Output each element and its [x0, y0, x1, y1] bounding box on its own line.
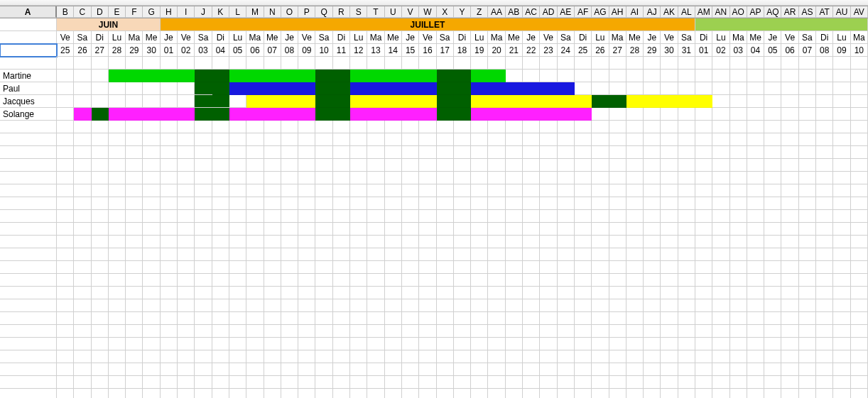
empty-cell[interactable] — [92, 172, 109, 184]
empty-cell[interactable] — [57, 325, 74, 338]
empty-cell[interactable] — [816, 376, 833, 389]
empty-cell[interactable] — [575, 299, 592, 312]
empty-cell[interactable] — [109, 325, 126, 338]
empty-cell[interactable] — [57, 184, 74, 197]
empty-cell[interactable] — [488, 312, 505, 325]
empty-cell[interactable] — [816, 197, 833, 210]
empty-cell[interactable] — [350, 299, 367, 312]
empty-cell[interactable] — [350, 261, 367, 274]
empty-cell[interactable] — [109, 338, 126, 350]
empty-cell[interactable] — [143, 376, 160, 389]
empty-cell[interactable] — [298, 325, 315, 338]
col-header-Y[interactable]: Y — [454, 6, 471, 18]
schedule-cell[interactable] — [609, 108, 626, 121]
empty-cell[interactable] — [644, 261, 661, 274]
empty-cell[interactable] — [471, 312, 488, 325]
empty-cell[interactable] — [851, 210, 868, 223]
empty-cell[interactable] — [816, 133, 833, 146]
empty-cell[interactable] — [143, 159, 160, 172]
empty-cell[interactable] — [229, 287, 246, 299]
empty-cell[interactable] — [764, 184, 781, 197]
col-header-AH[interactable]: AH — [609, 6, 626, 18]
empty-cell[interactable] — [195, 338, 212, 350]
empty-cell[interactable] — [367, 261, 384, 274]
empty-cell[interactable] — [161, 274, 178, 287]
blank-cell[interactable] — [402, 57, 419, 70]
empty-cell[interactable] — [92, 210, 109, 223]
spreadsheet-grid[interactable]: ABCDEFGHIJKLMNOPQRSTUVWXYZAAABACADAEAFAG… — [0, 0, 868, 398]
empty-cell[interactable] — [74, 248, 91, 261]
empty-cell[interactable] — [799, 121, 816, 133]
empty-cell[interactable] — [126, 350, 143, 363]
empty-cell[interactable] — [402, 312, 419, 325]
empty-cell[interactable] — [143, 223, 160, 236]
empty-cell[interactable] — [523, 159, 540, 172]
empty-cell[interactable] — [454, 133, 471, 146]
empty-cell[interactable] — [540, 172, 557, 184]
empty-cell[interactable] — [281, 197, 298, 210]
empty-cell[interactable] — [402, 133, 419, 146]
empty-cell[interactable] — [730, 146, 747, 159]
empty-cell[interactable] — [298, 172, 315, 184]
empty-cell[interactable] — [315, 325, 332, 338]
empty-cell[interactable] — [126, 261, 143, 274]
empty-cell[interactable] — [712, 133, 729, 146]
empty-cell[interactable] — [558, 350, 575, 363]
empty-cell[interactable] — [229, 248, 246, 261]
empty-cell[interactable] — [609, 197, 626, 210]
empty-cell[interactable] — [178, 133, 195, 146]
empty-cell[interactable] — [57, 223, 74, 236]
empty-cell[interactable] — [523, 338, 540, 350]
schedule-cell[interactable] — [816, 70, 833, 82]
empty-cell[interactable] — [57, 159, 74, 172]
schedule-cell[interactable] — [506, 95, 523, 108]
empty-cell[interactable] — [661, 210, 678, 223]
empty-cell[interactable] — [592, 197, 609, 210]
empty-cell[interactable] — [419, 363, 436, 376]
empty-cell[interactable] — [161, 223, 178, 236]
empty-cell[interactable] — [437, 223, 454, 236]
empty-cell[interactable] — [333, 210, 350, 223]
empty-cell[interactable] — [695, 312, 712, 325]
schedule-cell[interactable] — [747, 108, 764, 121]
schedule-cell[interactable] — [212, 70, 229, 82]
empty-cell[interactable] — [419, 325, 436, 338]
empty-cell[interactable] — [644, 350, 661, 363]
empty-cell[interactable] — [350, 159, 367, 172]
empty-cell[interactable] — [747, 223, 764, 236]
empty-cell[interactable] — [609, 210, 626, 223]
empty-cell[interactable] — [540, 389, 557, 398]
schedule-cell[interactable] — [799, 82, 816, 95]
schedule-cell[interactable] — [575, 108, 592, 121]
empty-cell[interactable] — [109, 261, 126, 274]
schedule-cell[interactable] — [506, 108, 523, 121]
col-header-AU[interactable]: AU — [833, 6, 850, 18]
empty-cell[interactable] — [212, 223, 229, 236]
blank-cell[interactable] — [730, 57, 747, 70]
empty-cell[interactable] — [747, 350, 764, 363]
schedule-cell[interactable] — [195, 82, 212, 95]
empty-cell[interactable] — [57, 248, 74, 261]
empty-cell[interactable] — [626, 287, 644, 299]
empty-cell[interactable] — [747, 121, 764, 133]
empty-cell[interactable] — [212, 184, 229, 197]
empty-cell[interactable] — [695, 159, 712, 172]
schedule-cell[interactable] — [333, 70, 350, 82]
empty-cell[interactable] — [385, 223, 402, 236]
empty-cell[interactable] — [350, 389, 367, 398]
empty-cell[interactable] — [161, 325, 178, 338]
schedule-cell[interactable] — [678, 70, 695, 82]
empty-cell[interactable] — [540, 312, 557, 325]
empty-cell[interactable] — [506, 287, 523, 299]
col-header-AE[interactable]: AE — [558, 6, 575, 18]
empty-cell[interactable] — [281, 363, 298, 376]
empty-cell[interactable] — [298, 299, 315, 312]
schedule-cell[interactable] — [781, 95, 798, 108]
blank-cell[interactable] — [437, 57, 454, 70]
empty-cell[interactable] — [178, 389, 195, 398]
empty-cell[interactable] — [781, 197, 798, 210]
empty-cell[interactable] — [609, 363, 626, 376]
empty-cell[interactable] — [661, 363, 678, 376]
empty-cell[interactable] — [454, 197, 471, 210]
empty-cell[interactable] — [833, 210, 850, 223]
